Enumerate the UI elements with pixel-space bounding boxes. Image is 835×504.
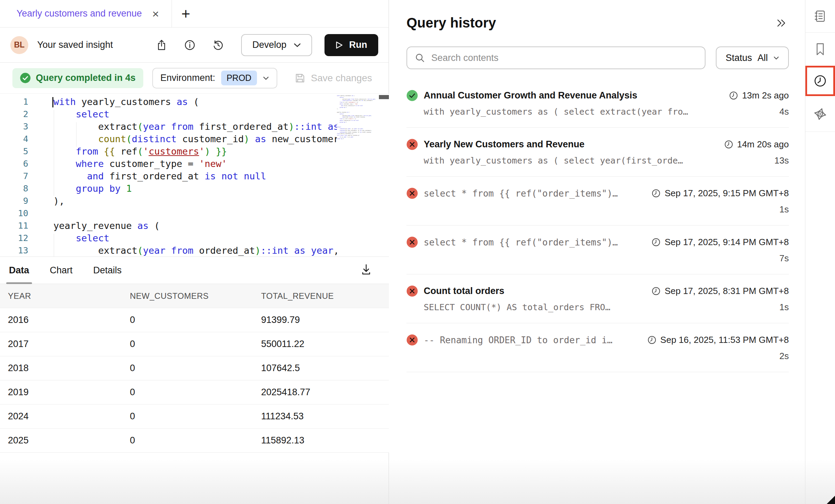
history-item[interactable]: select * from {{ ref("order_items")…Sep … <box>406 225 789 274</box>
bookmark-icon <box>814 42 827 56</box>
sidebar-item-query-history-selected[interactable] <box>805 66 835 96</box>
search-box[interactable] <box>406 46 705 69</box>
editor-panel: Yearly customers and revenue × + BL Your… <box>0 0 389 504</box>
table-cell: 2024 <box>0 411 130 422</box>
tab-yearly-customers[interactable]: Yearly customers and revenue × <box>0 0 172 27</box>
history-item-duration: 1s <box>773 204 789 215</box>
table-cell: 2025 <box>0 435 130 446</box>
table-cell: 0 <box>130 315 261 325</box>
results-tab-data[interactable]: Data <box>9 257 29 284</box>
clock-icon <box>813 74 827 88</box>
history-item[interactable]: Annual Customer Growth and Revenue Analy… <box>406 79 789 128</box>
code-line[interactable]: 3 extract(year from first_ordered_at)::i… <box>0 120 389 133</box>
code-line[interactable]: 12 select <box>0 232 389 244</box>
query-history-list: Annual Customer Growth and Revenue Analy… <box>406 79 789 372</box>
line-number: 6 <box>0 158 39 170</box>
history-item-timestamp: Sep 17, 2025, 9:15 PM GMT+8 <box>651 188 789 199</box>
sql-code-editor[interactable]: 1with yearly_customers as (2 select3 ext… <box>0 94 389 256</box>
editor-scrollbar-thumb[interactable] <box>379 95 389 99</box>
table-row: 20170550011.22 <box>0 332 389 356</box>
run-button[interactable]: Run <box>324 34 378 56</box>
table-cell: 115892.13 <box>261 435 389 446</box>
table-row: 2016091399.79 <box>0 308 389 332</box>
code-line[interactable]: 4 count(distinct customer_id) as new_cus… <box>0 133 389 145</box>
history-item-duration: 7s <box>773 253 789 264</box>
table-cell: 2019 <box>0 387 130 398</box>
download-results-button[interactable] <box>358 262 374 277</box>
table-cell: 107642.5 <box>261 363 389 374</box>
table-row: 20250115892.13 <box>0 429 389 453</box>
save-changes-button[interactable]: Save changes <box>295 73 372 84</box>
column-header: NEW_CUSTOMERS <box>130 291 261 301</box>
code-line[interactable]: 13 extract(year from ordered_at)::int as… <box>0 244 389 256</box>
sidebar-item-copilot[interactable] <box>805 96 835 132</box>
resize-corner[interactable] <box>827 496 835 504</box>
status-filter-dropdown[interactable]: Status All <box>716 46 789 69</box>
environment-value-badge: PROD <box>221 71 257 85</box>
chevron-down-icon <box>773 56 779 60</box>
collapse-panel-button[interactable] <box>774 15 789 31</box>
column-header: YEAR <box>0 291 130 301</box>
history-item[interactable]: Count total ordersSep 17, 2025, 8:31 PM … <box>406 274 789 323</box>
develop-dropdown[interactable]: Develop <box>241 34 312 56</box>
check-circle-icon <box>20 73 31 83</box>
tab-strip: Yearly customers and revenue × + <box>0 0 389 28</box>
environment-select[interactable]: Environment: PROD <box>152 68 277 88</box>
code-line[interactable]: 10 <box>0 207 389 220</box>
download-icon <box>359 263 373 276</box>
clock-icon <box>729 91 738 100</box>
sidebar-item-bookmarks[interactable] <box>805 33 835 66</box>
save-changes-label: Save changes <box>311 73 372 84</box>
history-item-duration: 13s <box>767 155 789 166</box>
line-number: 10 <box>0 207 39 220</box>
table-row: 20240111234.53 <box>0 405 389 429</box>
avatar[interactable]: BL <box>10 36 28 54</box>
history-item[interactable]: Yearly New Customers and Revenue14m 20s … <box>406 128 789 177</box>
results-tab-details[interactable]: Details <box>93 257 122 284</box>
info-icon <box>184 39 196 51</box>
code-lines: 1with yearly_customers as (2 select3 ext… <box>0 96 389 256</box>
code-line[interactable]: 9), <box>0 195 389 207</box>
code-line[interactable]: 8 group by 1 <box>0 182 389 195</box>
line-number: 4 <box>0 133 39 145</box>
line-number: 8 <box>0 182 39 195</box>
clock-icon <box>724 140 733 149</box>
table-cell: 2017 <box>0 339 130 349</box>
code-line[interactable]: 7 and first_ordered_at is not null <box>0 170 389 182</box>
code-line[interactable]: 1with yearly_customers as ( <box>0 96 389 108</box>
sidebar-item-notebook[interactable] <box>805 0 835 33</box>
query-status-text: Query completed in 4s <box>36 73 136 83</box>
results-tab-bar: DataChartDetails <box>0 256 389 284</box>
results-table-header: YEARNEW_CUSTOMERSTOTAL_REVENUE <box>0 284 389 308</box>
info-button[interactable] <box>180 35 200 55</box>
history-item-snippet: SELECT COUNT(*) AS total_orders FRO… <box>424 302 773 312</box>
history-item-duration: 2s <box>773 351 789 361</box>
table-cell: 0 <box>130 435 261 446</box>
version-history-button[interactable] <box>208 35 228 55</box>
history-item-duration: 4s <box>773 106 789 117</box>
history-item[interactable]: -- Renaming ORDER_ID to order_id i…Sep 1… <box>406 323 789 372</box>
table-cell: 0 <box>130 411 261 422</box>
code-line[interactable]: 2 select <box>0 108 389 120</box>
search-input[interactable] <box>431 53 697 63</box>
error-icon <box>406 139 418 150</box>
history-item-timestamp: 13m 2s ago <box>729 90 789 101</box>
query-status-badge: Query completed in 4s <box>12 68 143 88</box>
query-history-panel: Query history Status All Annual Customer… <box>389 0 805 504</box>
history-restore-icon <box>212 39 224 51</box>
new-tab-button[interactable]: + <box>172 8 200 20</box>
table-cell: 0 <box>130 363 261 374</box>
editor-minimap[interactable]: with yearly_customers as ( select extrac… <box>337 95 373 140</box>
code-line[interactable]: 11yearly_revenue as ( <box>0 220 389 232</box>
code-line[interactable]: 5 from {{ ref('customers') }} <box>0 145 389 158</box>
notebook-icon <box>813 9 827 23</box>
results-tab-chart[interactable]: Chart <box>50 257 73 284</box>
history-item-snippet: with yearly_customers as ( select extrac… <box>424 107 773 117</box>
code-line[interactable]: 6 where customer_type = 'new' <box>0 158 389 170</box>
success-icon <box>406 90 418 101</box>
clock-icon <box>651 238 661 247</box>
close-tab-icon[interactable]: × <box>152 8 159 20</box>
line-number: 5 <box>0 145 39 158</box>
history-item[interactable]: select * from {{ ref("order_items")…Sep … <box>406 177 789 225</box>
share-button[interactable] <box>152 35 172 55</box>
